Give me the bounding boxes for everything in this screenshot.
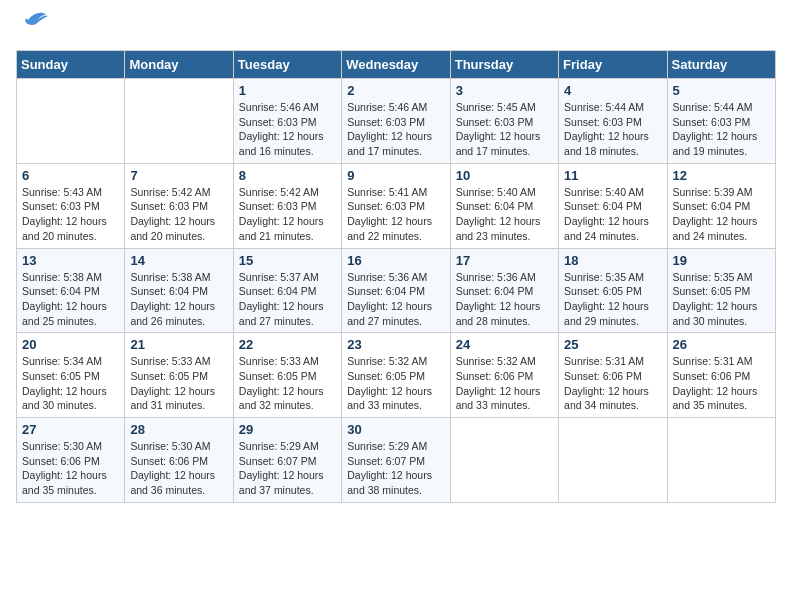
header-saturday: Saturday (667, 51, 775, 79)
calendar-cell: 25Sunrise: 5:31 AM Sunset: 6:06 PM Dayli… (559, 333, 667, 418)
day-info: Sunrise: 5:38 AM Sunset: 6:04 PM Dayligh… (22, 270, 119, 329)
day-number: 10 (456, 168, 553, 183)
calendar-cell: 11Sunrise: 5:40 AM Sunset: 6:04 PM Dayli… (559, 163, 667, 248)
calendar-cell: 9Sunrise: 5:41 AM Sunset: 6:03 PM Daylig… (342, 163, 450, 248)
day-info: Sunrise: 5:45 AM Sunset: 6:03 PM Dayligh… (456, 100, 553, 159)
day-number: 1 (239, 83, 336, 98)
calendar-cell: 24Sunrise: 5:32 AM Sunset: 6:06 PM Dayli… (450, 333, 558, 418)
calendar-cell: 30Sunrise: 5:29 AM Sunset: 6:07 PM Dayli… (342, 418, 450, 503)
calendar-cell: 5Sunrise: 5:44 AM Sunset: 6:03 PM Daylig… (667, 79, 775, 164)
header-friday: Friday (559, 51, 667, 79)
header-sunday: Sunday (17, 51, 125, 79)
page-header (16, 16, 776, 38)
day-number: 20 (22, 337, 119, 352)
day-number: 11 (564, 168, 661, 183)
calendar-cell: 26Sunrise: 5:31 AM Sunset: 6:06 PM Dayli… (667, 333, 775, 418)
calendar-week-1: 1Sunrise: 5:46 AM Sunset: 6:03 PM Daylig… (17, 79, 776, 164)
day-number: 3 (456, 83, 553, 98)
day-number: 2 (347, 83, 444, 98)
day-number: 12 (673, 168, 770, 183)
calendar-cell (450, 418, 558, 503)
day-number: 18 (564, 253, 661, 268)
calendar-cell: 8Sunrise: 5:42 AM Sunset: 6:03 PM Daylig… (233, 163, 341, 248)
calendar-cell (125, 79, 233, 164)
day-number: 9 (347, 168, 444, 183)
calendar-cell (559, 418, 667, 503)
day-number: 29 (239, 422, 336, 437)
day-info: Sunrise: 5:33 AM Sunset: 6:05 PM Dayligh… (239, 354, 336, 413)
calendar-cell (17, 79, 125, 164)
calendar-week-4: 20Sunrise: 5:34 AM Sunset: 6:05 PM Dayli… (17, 333, 776, 418)
day-number: 21 (130, 337, 227, 352)
calendar-cell: 6Sunrise: 5:43 AM Sunset: 6:03 PM Daylig… (17, 163, 125, 248)
calendar-cell: 1Sunrise: 5:46 AM Sunset: 6:03 PM Daylig… (233, 79, 341, 164)
calendar-week-2: 6Sunrise: 5:43 AM Sunset: 6:03 PM Daylig… (17, 163, 776, 248)
day-info: Sunrise: 5:34 AM Sunset: 6:05 PM Dayligh… (22, 354, 119, 413)
calendar-cell: 18Sunrise: 5:35 AM Sunset: 6:05 PM Dayli… (559, 248, 667, 333)
calendar-header-row: SundayMondayTuesdayWednesdayThursdayFrid… (17, 51, 776, 79)
calendar-cell: 27Sunrise: 5:30 AM Sunset: 6:06 PM Dayli… (17, 418, 125, 503)
day-info: Sunrise: 5:40 AM Sunset: 6:04 PM Dayligh… (564, 185, 661, 244)
day-info: Sunrise: 5:32 AM Sunset: 6:05 PM Dayligh… (347, 354, 444, 413)
calendar-cell: 14Sunrise: 5:38 AM Sunset: 6:04 PM Dayli… (125, 248, 233, 333)
day-number: 15 (239, 253, 336, 268)
logo-bird-icon (18, 6, 48, 34)
logo (16, 16, 48, 38)
day-info: Sunrise: 5:30 AM Sunset: 6:06 PM Dayligh… (22, 439, 119, 498)
day-info: Sunrise: 5:38 AM Sunset: 6:04 PM Dayligh… (130, 270, 227, 329)
day-info: Sunrise: 5:29 AM Sunset: 6:07 PM Dayligh… (239, 439, 336, 498)
calendar-cell: 10Sunrise: 5:40 AM Sunset: 6:04 PM Dayli… (450, 163, 558, 248)
day-number: 16 (347, 253, 444, 268)
day-number: 23 (347, 337, 444, 352)
day-number: 4 (564, 83, 661, 98)
calendar-cell: 13Sunrise: 5:38 AM Sunset: 6:04 PM Dayli… (17, 248, 125, 333)
day-info: Sunrise: 5:46 AM Sunset: 6:03 PM Dayligh… (347, 100, 444, 159)
day-info: Sunrise: 5:32 AM Sunset: 6:06 PM Dayligh… (456, 354, 553, 413)
calendar-cell: 16Sunrise: 5:36 AM Sunset: 6:04 PM Dayli… (342, 248, 450, 333)
header-wednesday: Wednesday (342, 51, 450, 79)
day-info: Sunrise: 5:42 AM Sunset: 6:03 PM Dayligh… (130, 185, 227, 244)
calendar-cell: 7Sunrise: 5:42 AM Sunset: 6:03 PM Daylig… (125, 163, 233, 248)
day-info: Sunrise: 5:30 AM Sunset: 6:06 PM Dayligh… (130, 439, 227, 498)
calendar-cell: 2Sunrise: 5:46 AM Sunset: 6:03 PM Daylig… (342, 79, 450, 164)
day-info: Sunrise: 5:39 AM Sunset: 6:04 PM Dayligh… (673, 185, 770, 244)
day-info: Sunrise: 5:37 AM Sunset: 6:04 PM Dayligh… (239, 270, 336, 329)
day-number: 24 (456, 337, 553, 352)
calendar-cell: 12Sunrise: 5:39 AM Sunset: 6:04 PM Dayli… (667, 163, 775, 248)
day-info: Sunrise: 5:31 AM Sunset: 6:06 PM Dayligh… (564, 354, 661, 413)
day-info: Sunrise: 5:46 AM Sunset: 6:03 PM Dayligh… (239, 100, 336, 159)
calendar-cell: 23Sunrise: 5:32 AM Sunset: 6:05 PM Dayli… (342, 333, 450, 418)
calendar-cell (667, 418, 775, 503)
day-number: 28 (130, 422, 227, 437)
calendar-cell: 3Sunrise: 5:45 AM Sunset: 6:03 PM Daylig… (450, 79, 558, 164)
calendar-cell: 29Sunrise: 5:29 AM Sunset: 6:07 PM Dayli… (233, 418, 341, 503)
day-info: Sunrise: 5:44 AM Sunset: 6:03 PM Dayligh… (564, 100, 661, 159)
day-number: 25 (564, 337, 661, 352)
day-info: Sunrise: 5:44 AM Sunset: 6:03 PM Dayligh… (673, 100, 770, 159)
header-tuesday: Tuesday (233, 51, 341, 79)
calendar-cell: 28Sunrise: 5:30 AM Sunset: 6:06 PM Dayli… (125, 418, 233, 503)
calendar-table: SundayMondayTuesdayWednesdayThursdayFrid… (16, 50, 776, 503)
header-monday: Monday (125, 51, 233, 79)
day-number: 19 (673, 253, 770, 268)
day-number: 5 (673, 83, 770, 98)
calendar-week-5: 27Sunrise: 5:30 AM Sunset: 6:06 PM Dayli… (17, 418, 776, 503)
day-number: 30 (347, 422, 444, 437)
calendar-cell: 19Sunrise: 5:35 AM Sunset: 6:05 PM Dayli… (667, 248, 775, 333)
day-number: 14 (130, 253, 227, 268)
day-number: 8 (239, 168, 336, 183)
day-number: 17 (456, 253, 553, 268)
day-number: 26 (673, 337, 770, 352)
day-info: Sunrise: 5:33 AM Sunset: 6:05 PM Dayligh… (130, 354, 227, 413)
day-number: 27 (22, 422, 119, 437)
day-info: Sunrise: 5:35 AM Sunset: 6:05 PM Dayligh… (564, 270, 661, 329)
day-info: Sunrise: 5:35 AM Sunset: 6:05 PM Dayligh… (673, 270, 770, 329)
calendar-cell: 15Sunrise: 5:37 AM Sunset: 6:04 PM Dayli… (233, 248, 341, 333)
day-info: Sunrise: 5:43 AM Sunset: 6:03 PM Dayligh… (22, 185, 119, 244)
day-info: Sunrise: 5:31 AM Sunset: 6:06 PM Dayligh… (673, 354, 770, 413)
day-info: Sunrise: 5:41 AM Sunset: 6:03 PM Dayligh… (347, 185, 444, 244)
calendar-cell: 4Sunrise: 5:44 AM Sunset: 6:03 PM Daylig… (559, 79, 667, 164)
day-info: Sunrise: 5:29 AM Sunset: 6:07 PM Dayligh… (347, 439, 444, 498)
day-info: Sunrise: 5:36 AM Sunset: 6:04 PM Dayligh… (456, 270, 553, 329)
calendar-cell: 21Sunrise: 5:33 AM Sunset: 6:05 PM Dayli… (125, 333, 233, 418)
